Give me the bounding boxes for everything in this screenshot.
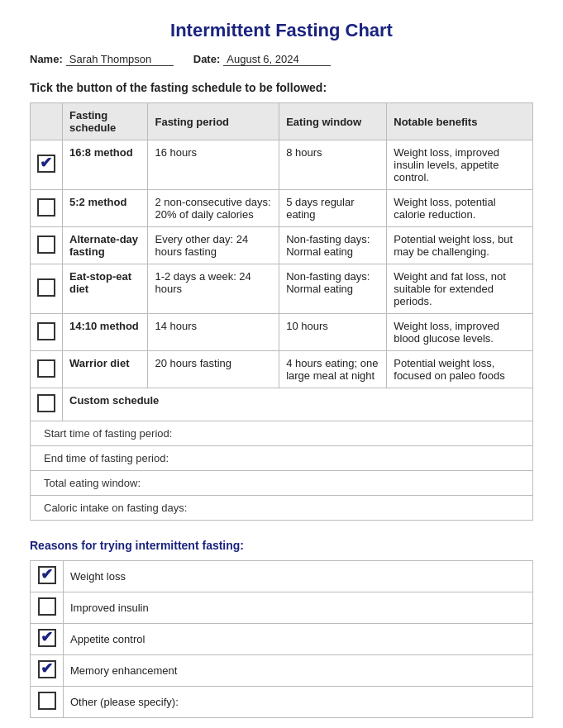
custom-detail-row: Total eating window: bbox=[31, 471, 533, 496]
section1-title: Tick the button of the fasting schedule … bbox=[30, 81, 533, 94]
date-value: August 6, 2024 bbox=[223, 53, 331, 66]
name-label: Name: bbox=[30, 53, 63, 65]
table-row: 14:10 method 14 hours 10 hours Weight lo… bbox=[31, 314, 533, 351]
reason-checkbox-icon[interactable] bbox=[38, 692, 56, 710]
list-item: Memory enhancement bbox=[31, 655, 533, 687]
reason-checkbox-cell[interactable] bbox=[31, 624, 64, 655]
col-schedule: Fasting schedule bbox=[63, 103, 148, 140]
reason-checkbox-cell[interactable] bbox=[31, 655, 64, 687]
fasting-period: 20 hours fasting bbox=[148, 351, 279, 388]
row-checkbox[interactable] bbox=[31, 314, 63, 351]
header-row: Name: Sarah Thompson Date: August 6, 202… bbox=[30, 53, 533, 66]
col-benefits: Notable benefits bbox=[387, 103, 533, 140]
list-item: Other (please specify): bbox=[31, 687, 533, 718]
checkbox-icon[interactable] bbox=[37, 236, 55, 254]
reason-label: Improved insulin bbox=[64, 592, 533, 624]
fasting-period: Every other day: 24 hours fasting bbox=[148, 227, 279, 264]
custom-checkbox-cell[interactable] bbox=[31, 388, 63, 421]
reason-label: Appetite control bbox=[64, 624, 533, 655]
schedule-name: Eat-stop-eat diet bbox=[63, 264, 148, 314]
custom-field-label: Caloric intake on fasting days: bbox=[31, 496, 533, 521]
custom-detail-row: Caloric intake on fasting days: bbox=[31, 496, 533, 521]
notable-benefits: Weight loss, improved insulin levels, ap… bbox=[387, 140, 533, 190]
fasting-period: 14 hours bbox=[148, 314, 279, 351]
name-value: Sarah Thompson bbox=[66, 53, 174, 66]
custom-field-label: End time of fasting period: bbox=[31, 446, 533, 471]
reason-checkbox-icon[interactable] bbox=[38, 566, 56, 584]
custom-field-label: Total eating window: bbox=[31, 471, 533, 496]
schedule-name: 16:8 method bbox=[63, 140, 148, 190]
table-row: 16:8 method 16 hours 8 hours Weight loss… bbox=[31, 140, 533, 190]
reason-checkbox-cell[interactable] bbox=[31, 687, 64, 718]
reason-label: Weight loss bbox=[64, 561, 533, 592]
reason-checkbox-icon[interactable] bbox=[38, 660, 56, 678]
fasting-schedule-table: Fasting schedule Fasting period Eating w… bbox=[30, 102, 533, 521]
reasons-table: Weight loss Improved insulin Appetite co… bbox=[30, 560, 533, 718]
list-item: Appetite control bbox=[31, 624, 533, 655]
checkbox-icon[interactable] bbox=[37, 322, 55, 340]
col-eating: Eating window bbox=[279, 103, 387, 140]
col-checkbox bbox=[31, 103, 63, 140]
eating-window: 5 days regular eating bbox=[279, 190, 387, 227]
section2-title: Reasons for trying intermittent fasting: bbox=[30, 539, 533, 552]
reason-checkbox-cell[interactable] bbox=[31, 592, 64, 624]
reason-checkbox-cell[interactable] bbox=[31, 561, 64, 592]
list-item: Improved insulin bbox=[31, 592, 533, 624]
table-row: Alternate-day fasting Every other day: 2… bbox=[31, 227, 533, 264]
notable-benefits: Weight loss, potential calorie reduction… bbox=[387, 190, 533, 227]
row-checkbox[interactable] bbox=[31, 140, 63, 190]
checkbox-icon[interactable] bbox=[37, 155, 55, 173]
row-checkbox[interactable] bbox=[31, 190, 63, 227]
checkbox-icon[interactable] bbox=[37, 359, 55, 378]
notable-benefits: Weight loss, improved blood glucose leve… bbox=[387, 314, 533, 351]
custom-field-label: Start time of fasting period: bbox=[31, 421, 533, 446]
list-item: Weight loss bbox=[31, 561, 533, 592]
row-checkbox[interactable] bbox=[31, 351, 63, 388]
col-fasting: Fasting period bbox=[148, 103, 279, 140]
eating-window: 8 hours bbox=[279, 140, 387, 190]
table-row: Eat-stop-eat diet 1-2 days a week: 24 ho… bbox=[31, 264, 533, 314]
fasting-period: 16 hours bbox=[148, 140, 279, 190]
date-label: Date: bbox=[193, 53, 221, 65]
row-checkbox[interactable] bbox=[31, 227, 63, 264]
notable-benefits: Potential weight loss, focused on paleo … bbox=[387, 351, 533, 388]
custom-checkbox-icon[interactable] bbox=[37, 394, 55, 412]
schedule-name: Alternate-day fasting bbox=[63, 227, 148, 264]
row-checkbox[interactable] bbox=[31, 264, 63, 314]
eating-window: 4 hours eating; one large meal at night bbox=[279, 351, 387, 388]
custom-schedule-label: Custom schedule bbox=[63, 388, 533, 421]
fasting-period: 1-2 days a week: 24 hours bbox=[148, 264, 279, 314]
schedule-name: 5:2 method bbox=[63, 190, 148, 227]
notable-benefits: Weight and fat loss, not suitable for ex… bbox=[387, 264, 533, 314]
page-title: Intermittent Fasting Chart bbox=[30, 20, 533, 41]
notable-benefits: Potential weight loss, but may be challe… bbox=[387, 227, 533, 264]
eating-window: Non-fasting days: Normal eating bbox=[279, 264, 387, 314]
table-header-row: Fasting schedule Fasting period Eating w… bbox=[31, 103, 533, 140]
custom-detail-row: End time of fasting period: bbox=[31, 446, 533, 471]
table-row: Warrior diet 20 hours fasting 4 hours ea… bbox=[31, 351, 533, 388]
schedule-name: Warrior diet bbox=[63, 351, 148, 388]
reason-label: Memory enhancement bbox=[64, 655, 533, 687]
reason-label: Other (please specify): bbox=[64, 687, 533, 718]
checkbox-icon[interactable] bbox=[37, 198, 55, 216]
checkbox-icon[interactable] bbox=[37, 278, 55, 297]
custom-schedule-row: Custom schedule bbox=[31, 388, 533, 421]
eating-window: Non-fasting days: Normal eating bbox=[279, 227, 387, 264]
schedule-name: 14:10 method bbox=[63, 314, 148, 351]
eating-window: 10 hours bbox=[279, 314, 387, 351]
reason-checkbox-icon[interactable] bbox=[38, 597, 56, 616]
reason-checkbox-icon[interactable] bbox=[38, 629, 56, 647]
fasting-period: 2 non-consecutive days: 20% of daily cal… bbox=[148, 190, 279, 227]
table-row: 5:2 method 2 non-consecutive days: 20% o… bbox=[31, 190, 533, 227]
custom-detail-row: Start time of fasting period: bbox=[31, 421, 533, 446]
